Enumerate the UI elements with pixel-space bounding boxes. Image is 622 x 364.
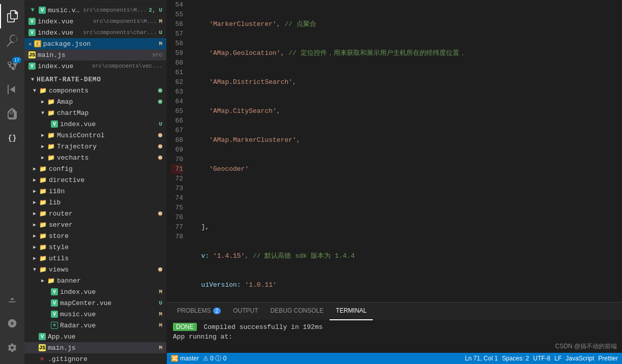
language-mode[interactable]: JavaScript [566,355,594,362]
file-badge: M [159,18,162,24]
folder-name: banner [57,277,162,285]
editor-content: 54 55 56 57 58 59 60 61 62 63 64 65 66 6… [167,0,622,302]
list-item[interactable]: V index.vue U [24,118,166,130]
search-icon[interactable] [0,28,24,53]
activity-bar: 17 {} [0,0,24,364]
list-item[interactable]: V music.vue M [24,309,166,320]
tab-output[interactable]: OUTPUT [227,302,264,320]
file-badge: M [159,41,162,47]
folder-arrow-icon: ▶ [39,142,47,150]
encoding[interactable]: UTF-8 [533,355,550,362]
file-path: src\components\M... [83,7,146,13]
extensions-icon[interactable] [0,102,24,126]
code-line: 'Geocoder' [193,164,622,174]
file-badge: M [159,345,162,351]
folder-icon: 📁 [39,198,47,206]
list-item[interactable]: ✕ {} package.json M [24,38,166,49]
folder-icon: 📁 [39,165,47,173]
modified-dot [158,133,162,137]
folder-arrow-icon: ▶ [31,198,39,206]
vue-file-icon: V [39,333,46,340]
list-item[interactable]: ▼ Radar.vue M [24,320,166,331]
deploy-icon[interactable] [0,287,24,311]
folder-icon: 📁 [47,142,55,150]
folder-item[interactable]: ▶ 📁 router [24,208,166,219]
folder-item[interactable]: ▶ 📁 MusicControl [24,130,166,141]
error-warning-count[interactable]: ⚠ 0 ⓘ 0 [203,354,226,363]
terminal-content: DONE Compiled successfully in 192ms App … [167,320,622,353]
modified-dot [158,100,162,104]
js-file-icon: JS [39,344,46,351]
file-name: mapCenter.vue [60,299,159,307]
folder-item[interactable]: ▶ 📁 style [24,241,166,253]
git-branch-info[interactable]: 🔀 master [171,355,199,362]
list-item[interactable]: V App.vue [24,331,166,342]
folder-item[interactable]: ▶ 📁 directive [24,174,166,186]
folder-name: vecharts [57,154,158,162]
modified-dot [158,211,162,216]
folder-item[interactable]: ▶ 📁 Trajectory [24,141,166,152]
folder-item[interactable]: ▶ 📁 utils [24,253,166,264]
tab-terminal[interactable]: TERMINAL [330,302,373,320]
file-name: main.js [48,344,159,352]
status-bar-right: Ln 71, Col 1 Spaces: 2 UTF-8 LF JavaScri… [465,355,618,362]
list-item[interactable]: V index.vue src\components\char... U [24,27,166,38]
folder-name: Amap [57,98,158,106]
list-item[interactable]: ▼ V music.vue src\components\M... 2, U [24,5,166,16]
list-item[interactable]: JS main.js M [24,342,166,353]
code-editor[interactable]: 'MarkerClusterer', // 点聚合 'AMap.Geolocat… [188,0,622,302]
list-item[interactable]: V index.vue src\components\vec... [24,60,166,72]
folder-item[interactable]: ▶ 📁 i18n [24,186,166,197]
code-line: 'AMap.Geolocation', // 定位控件，用来获取和展示用户主机所… [193,48,622,58]
folder-item[interactable]: ▶ 📁 vecharts [24,152,166,163]
folder-item[interactable]: ▶ 📁 banner [24,275,166,286]
code-line: 'AMap.DistrictSearch', [193,77,622,87]
file-explorer: ▼ V music.vue src\components\M... 2, U V… [24,0,167,364]
formatter[interactable]: Prettier [598,355,618,362]
folder-arrow-icon: ▶ [31,176,39,184]
folder-item[interactable]: ▼ 📁 components [24,85,166,96]
folder-item[interactable]: ▼ HEART-RATE-DEMO [24,74,166,85]
folder-name: i18n [49,188,162,195]
folder-arrow-icon: ▼ [31,265,39,274]
folder-item[interactable]: ▶ 📁 server [24,219,166,230]
settings-icon[interactable] [0,336,24,360]
account-icon[interactable] [0,311,24,336]
folder-item[interactable]: ▼ 📁 chartMap [24,107,166,118]
line-ending[interactable]: LF [554,355,561,362]
list-item[interactable]: JS main.js src [24,49,166,60]
list-item[interactable]: V index.vue M [24,286,166,297]
folder-item[interactable]: ▶ 📁 config [24,163,166,174]
folder-arrow-icon: ▼ [31,86,39,95]
cursor-position[interactable]: Ln 71, Col 1 [465,355,498,362]
json-file-icon: {} [34,40,41,47]
run-icon[interactable] [0,77,24,102]
source-control-icon[interactable]: 17 [0,53,24,77]
folder-item[interactable]: ▶ 📁 Amap [24,96,166,107]
status-bar: 🔀 master ⚠ 0 ⓘ 0 Ln 71, Col 1 Spaces: 2 … [167,353,622,364]
tab-debug-console[interactable]: DEBUG CONSOLE [264,302,330,320]
folder-icon: 📁 [47,154,55,162]
files-icon[interactable] [0,4,24,28]
folder-item[interactable]: ▼ 📁 views [24,264,166,275]
json-icon[interactable]: {} [0,126,24,150]
folder-item[interactable]: ▶ 📁 store [24,230,166,241]
folder-item[interactable]: ▶ 📁 lib [24,197,166,208]
folder-name: router [49,210,158,218]
vue-file-icon: V [28,18,36,25]
folder-name: directive [49,176,162,184]
modified-dot [158,267,162,271]
spaces-setting[interactable]: Spaces: 2 [502,355,529,362]
folder-name: views [49,266,158,274]
line-numbers: 54 55 56 57 58 59 60 61 62 63 64 65 66 6… [167,0,188,302]
status-bar-left: 🔀 master ⚠ 0 ⓘ 0 [171,354,226,363]
file-badge: M [159,322,162,328]
list-item[interactable]: V mapCenter.vue U [24,297,166,309]
folder-name: components [49,87,158,95]
code-line [193,193,622,203]
tab-problems[interactable]: PROBLEMS 2 [171,302,227,320]
file-path: src\components\char... [83,29,157,36]
list-item[interactable]: ⚙ .gitignore [24,353,166,364]
list-item[interactable]: V index.vue src\components\M... M [24,16,166,27]
modified-dot [158,156,162,160]
